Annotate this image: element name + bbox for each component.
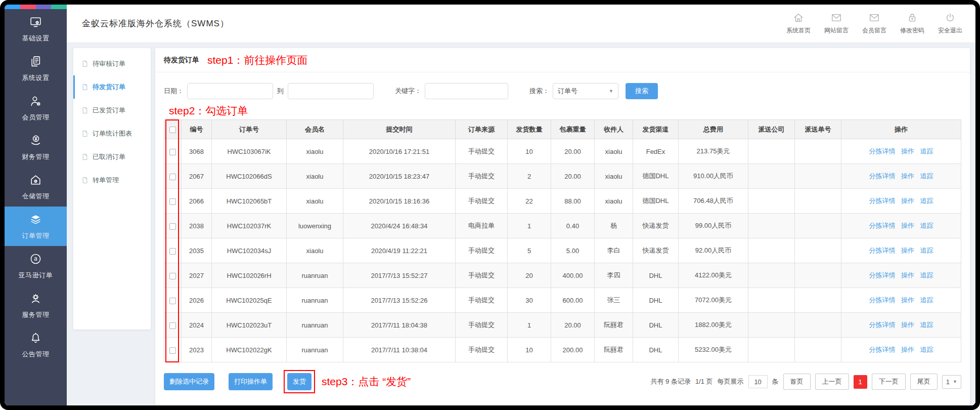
cell-source: 手动提交 [456,263,508,288]
cell-source: 手动提交 [456,164,508,189]
operate-link[interactable]: 操作 [901,172,914,180]
cell-delivery-company [748,164,795,189]
operate-link[interactable]: 操作 [901,222,914,229]
operate-link[interactable]: 操作 [901,296,914,304]
date-to-input[interactable] [288,83,374,99]
sort-detail-link[interactable]: 分拣详情 [869,197,895,204]
sort-detail-link[interactable]: 分拣详情 [869,271,895,279]
sidebar-item[interactable]: 财务管理 [5,128,67,167]
sort-detail-link[interactable]: 分拣详情 [869,321,895,329]
cell-delivery-no [795,288,841,313]
track-link[interactable]: 追踪 [920,197,933,204]
page-jump-select[interactable]: 1 ▼ [942,375,961,389]
operate-link[interactable]: 操作 [901,197,914,204]
column-header: 派送单号 [795,120,841,139]
current-page-button[interactable]: 1 [854,375,867,389]
topbar-action[interactable]: 安全退出 [938,12,962,35]
cell-select [164,313,182,338]
operate-link[interactable]: 操作 [901,321,914,329]
submenu-item[interactable]: 已取消订单 [73,145,151,169]
track-link[interactable]: 追踪 [920,147,933,155]
sort-detail-link[interactable]: 分拣详情 [869,222,895,229]
sort-detail-link[interactable]: 分拣详情 [869,147,895,155]
row-checkbox[interactable] [169,273,176,279]
sidebar-item[interactable]: 会员管理 [5,88,67,128]
operate-link[interactable]: 操作 [901,271,914,279]
cell-actions: 分拣详情 操作 追踪 [841,313,961,338]
track-link[interactable]: 追踪 [920,247,933,254]
sidebar-item[interactable]: 基础设置 [5,9,67,49]
table-row: 2023 HWC102022gK ruanruan 2017/7/11 10:3… [164,338,961,362]
sort-detail-link[interactable]: 分拣详情 [869,247,895,254]
sort-detail-link[interactable]: 分拣详情 [869,346,895,353]
cell-submit-time: 2017/7/13 15:52:27 [343,263,456,288]
keyword-input[interactable] [425,83,508,99]
row-checkbox[interactable] [169,149,176,155]
search-button[interactable]: 搜索 [626,83,658,99]
sort-detail-link[interactable]: 分拣详情 [869,172,895,180]
topbar-action[interactable]: 系统首页 [786,12,811,35]
submenu-item[interactable]: 待发货订单 [73,75,151,99]
row-checkbox[interactable] [169,248,176,255]
cell-delivery-company [748,139,795,164]
per-page-input[interactable] [748,375,768,388]
pagination: 共有 9 条记录 1/1 页 每页展示 条 首页 上一页 1 下一页 尾页 1 [650,374,961,390]
cell-member: xiaolu [287,139,343,164]
track-link[interactable]: 追踪 [920,296,933,304]
service-gear-icon [29,298,42,306]
topbar-action[interactable]: 修改密码 [900,12,924,35]
cell-member: ruanruan [287,288,343,313]
track-link[interactable]: 追踪 [920,172,933,180]
sidebar-item[interactable]: 系统设置 [5,49,67,88]
row-checkbox[interactable] [169,322,176,329]
sidebar-item[interactable]: 公告管理 [5,325,67,364]
cell-channel: DHL [633,263,679,288]
sidebar-item[interactable]: 订单管理 [5,207,67,246]
prev-page-button[interactable]: 上一页 [815,374,849,390]
sort-detail-link[interactable]: 分拣详情 [869,296,895,304]
submenu-item[interactable]: 待审核订单 [73,52,151,75]
track-link[interactable]: 追踪 [920,271,933,279]
search-type-select[interactable]: 订单号 ▼ [553,83,618,99]
row-checkbox[interactable] [169,223,176,230]
table-row: 2024 HWC102023uT ruanruan 2017/7/11 18:0… [164,313,961,338]
row-checkbox[interactable] [169,198,176,205]
submenu-item[interactable]: 转单管理 [73,169,151,192]
operate-link[interactable]: 操作 [901,147,914,155]
first-page-button[interactable]: 首页 [783,374,811,390]
submenu-item[interactable]: 已发货订单 [73,99,151,122]
next-page-button[interactable]: 下一页 [872,374,906,390]
row-checkbox[interactable] [169,347,176,354]
cell-channel: DHL [633,288,679,313]
track-link[interactable]: 追踪 [920,346,933,353]
cell-select [164,164,182,189]
operate-link[interactable]: 操作 [901,346,914,353]
topbar-action[interactable]: 网站留言 [824,12,849,35]
last-page-button[interactable]: 尾页 [910,374,938,390]
delete-selected-button[interactable]: 删除选中记录 [164,373,214,390]
print-sheet-button[interactable]: 打印操作单 [229,373,273,390]
topbar-action[interactable]: 会员留言 [862,12,886,35]
track-link[interactable]: 追踪 [920,222,933,229]
cell-channel: FedEx [633,139,679,164]
brand-stripe-segment [51,5,67,9]
cell-fee: 7072.00美元 [679,288,748,313]
cell-member: ruanruan [287,263,343,288]
cell-delivery-company [748,238,795,263]
cell-fee: 99.00人民币 [679,214,748,238]
row-checkbox[interactable] [169,298,176,304]
date-from-input[interactable] [187,83,273,99]
select-all-checkbox[interactable] [169,127,176,133]
submenu-item[interactable]: 订单统计图表 [73,122,151,145]
cell-id: 2038 [182,214,212,238]
sidebar-item[interactable]: 服务管理 [5,285,67,325]
operate-link[interactable]: 操作 [901,247,914,254]
sidebar-item[interactable]: 仓储管理 [5,167,67,207]
cell-qty: 30 [508,288,551,313]
ship-button[interactable]: 发货 [287,373,311,390]
row-checkbox[interactable] [169,174,176,180]
track-link[interactable]: 追踪 [920,321,933,329]
cell-id: 2026 [182,288,212,313]
sidebar-item[interactable]: a 亚马逊订单 [5,246,67,285]
chevron-down-icon: ▼ [609,89,613,94]
